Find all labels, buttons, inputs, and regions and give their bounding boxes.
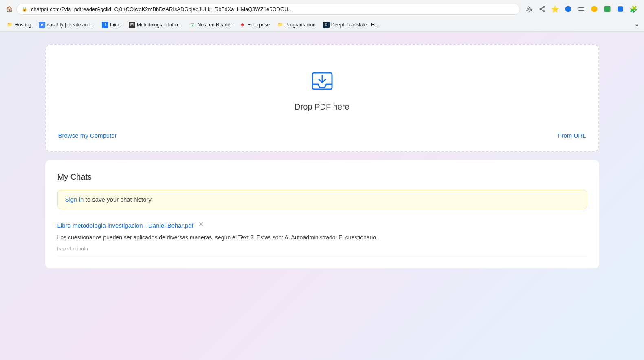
bookmark-metodologia-label: Metodología - Intro... xyxy=(137,22,182,28)
home-icon[interactable]: 🏠 xyxy=(5,5,13,13)
bookmark-enterprise[interactable]: ◆ Enterprise xyxy=(236,20,273,30)
bookmark-inicio-label: Inicio xyxy=(110,22,121,28)
my-chats-section: My Chats Sign in to save your chat histo… xyxy=(45,160,599,268)
sign-in-link[interactable]: Sign in xyxy=(65,196,84,203)
bookmark-deepl[interactable]: D DeepL Translate - El... xyxy=(320,20,383,30)
bookmark-enterprise-label: Enterprise xyxy=(247,22,270,28)
from-url-link[interactable]: From URL xyxy=(558,132,586,139)
drop-zone[interactable]: Drop PDF here Browse my Computer From UR… xyxy=(45,44,599,152)
bookmark-easely-favicon: e xyxy=(39,22,45,28)
chat-preview: Los cuestionarios pueden ser aplicados d… xyxy=(57,233,587,242)
chat-item: Libro metodologia investigacion - Daniel… xyxy=(57,217,587,256)
share-icon[interactable] xyxy=(536,3,548,15)
bookmark-programacion-favicon: 📁 xyxy=(277,22,284,28)
lock-icon: 🔒 xyxy=(22,6,28,12)
drop-zone-inner: Drop PDF here xyxy=(58,61,586,128)
translate-icon[interactable] xyxy=(523,3,535,15)
bookmark-inicio-favicon: f xyxy=(102,22,108,28)
bookmark-inicio[interactable]: f Inicio xyxy=(99,20,125,30)
bookmark-hosting-favicon: 📁 xyxy=(7,22,13,28)
bookmarks-bar: 📁 Hosting e easel.ly | create and... f I… xyxy=(0,18,644,32)
bookmark-deepl-label: DeepL Translate - El... xyxy=(331,22,380,28)
bookmark-nota-reader-label: Nota en Reader xyxy=(198,22,232,28)
bookmark-nota-reader[interactable]: ◎ Nota en Reader xyxy=(186,20,235,30)
sign-in-banner-text: to save your chat history xyxy=(84,196,152,203)
extensions-menu-icon[interactable]: 🧩 xyxy=(628,3,639,15)
browse-computer-link[interactable]: Browse my Computer xyxy=(58,132,117,139)
extension-5-icon[interactable] xyxy=(615,3,626,15)
toolbar-icons: ⭐ 🧩 xyxy=(523,3,639,15)
bookmark-star-icon[interactable]: ⭐ xyxy=(549,3,561,15)
more-bookmarks-button[interactable]: » xyxy=(633,20,641,30)
extension-1-icon[interactable] xyxy=(563,3,574,15)
chat-title-link[interactable]: Libro metodologia investigacion - Daniel… xyxy=(57,221,193,230)
extension-2-icon[interactable] xyxy=(576,3,587,15)
inbox-icon xyxy=(309,70,335,96)
bookmark-easely-label: easel.ly | create and... xyxy=(47,22,95,28)
bookmark-hosting[interactable]: 📁 Hosting xyxy=(3,20,35,30)
my-chats-title: My Chats xyxy=(57,172,587,182)
sign-in-banner: Sign in to save your chat history xyxy=(57,190,587,209)
svg-point-0 xyxy=(565,6,571,12)
address-bar[interactable]: 🔒 chatpdf.com/?via=pdfreader&gclid=Cj0KC… xyxy=(16,4,520,15)
chat-close-button[interactable]: ✕ xyxy=(197,221,205,228)
page-content: Drop PDF here Browse my Computer From UR… xyxy=(29,32,615,281)
drop-zone-actions: Browse my Computer From URL xyxy=(58,132,586,139)
bookmark-hosting-label: Hosting xyxy=(15,22,31,28)
browser-chrome: 🏠 🔒 chatpdf.com/?via=pdfreader&gclid=Cj0… xyxy=(0,0,644,32)
extension-4-icon[interactable] xyxy=(602,3,613,15)
svg-rect-1 xyxy=(604,6,611,12)
chat-item-header: Libro metodologia investigacion - Daniel… xyxy=(57,221,587,230)
svg-rect-2 xyxy=(618,6,623,12)
bookmark-metodologia[interactable]: M Metodología - Intro... xyxy=(125,20,185,30)
address-bar-row: 🏠 🔒 chatpdf.com/?via=pdfreader&gclid=Cj0… xyxy=(0,0,644,18)
bookmark-programacion[interactable]: 📁 Programacion xyxy=(274,20,319,30)
bookmark-programacion-label: Programacion xyxy=(285,22,316,28)
chat-time: hace 1 minuto xyxy=(57,246,88,252)
bookmark-metodologia-favicon: M xyxy=(129,22,135,28)
extension-3-icon[interactable] xyxy=(589,3,600,15)
bookmark-easely[interactable]: e easel.ly | create and... xyxy=(35,20,98,30)
address-text: chatpdf.com/?via=pdfreader&gclid=Cj0KCQj… xyxy=(31,6,515,12)
bookmark-enterprise-favicon: ◆ xyxy=(239,22,246,28)
bookmark-nota-reader-favicon: ◎ xyxy=(189,22,196,28)
drop-text: Drop PDF here xyxy=(295,102,349,112)
bookmark-deepl-favicon: D xyxy=(323,22,330,28)
